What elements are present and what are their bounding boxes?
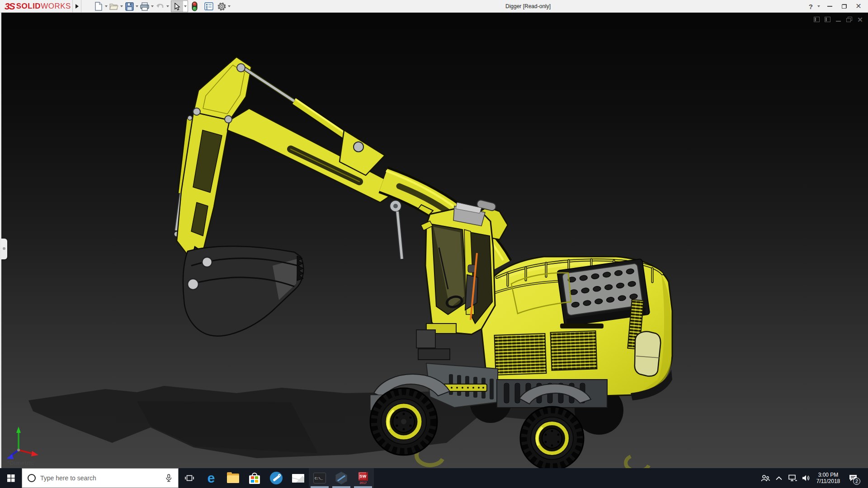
select-tool-group — [171, 0, 188, 12]
front-wheel — [370, 388, 437, 455]
taskbar-app-edge[interactable]: e — [200, 468, 222, 488]
options-button[interactable] — [216, 1, 227, 12]
options-caret[interactable] — [227, 1, 231, 12]
ds-logo-mark: 3S — [5, 1, 14, 12]
clock[interactable]: 3:00 PM 7/11/2018 — [814, 472, 843, 485]
people-button[interactable] — [760, 468, 771, 488]
select-tool-caret[interactable] — [183, 1, 188, 12]
taskbar-app-mail[interactable] — [287, 468, 309, 488]
undo-icon — [156, 2, 165, 10]
start-button[interactable] — [0, 468, 22, 488]
machine-body — [481, 257, 672, 400]
close-button[interactable]: ✕ — [853, 1, 864, 12]
undo-button[interactable] — [155, 1, 165, 12]
taskbar-app-solidworks[interactable]: SW 2017 — [352, 468, 374, 488]
brand-works: WORKS — [41, 2, 71, 11]
pane-icon — [825, 17, 830, 22]
restore-button[interactable] — [838, 1, 850, 12]
document-title: Digger [Read-only] — [505, 0, 551, 13]
file-explorer-icon — [227, 474, 239, 483]
sw-icon-text: SW — [359, 474, 367, 479]
brand-solid: SOLID — [16, 2, 41, 11]
cmd-icon-text: C:\_ — [314, 475, 322, 480]
cursor-arrow-icon — [174, 3, 180, 10]
microphone-icon[interactable] — [165, 474, 173, 482]
window-controls: ? ✕ — [808, 0, 864, 13]
flyout-arrow-icon — [75, 4, 79, 9]
minimize-icon — [827, 6, 832, 7]
doc-minimize-button[interactable] — [835, 16, 842, 23]
taskbar-empty-area — [374, 468, 760, 488]
pane-icon — [814, 17, 820, 22]
windows-taskbar: e C:\_ SW 2017 3:00 PM 7/11/20 — [0, 468, 868, 488]
hexagon-app-icon — [335, 472, 348, 484]
help-caret[interactable] — [816, 1, 821, 12]
featuremanager-pane-button[interactable] — [813, 16, 820, 23]
graphics-viewport[interactable]: ✕ *Dimetric — [0, 13, 868, 468]
open-caret[interactable] — [119, 1, 124, 12]
store-icon — [249, 473, 260, 484]
doc-restore-icon — [846, 17, 852, 22]
task-view-icon — [185, 474, 194, 482]
select-tool-button[interactable] — [171, 1, 183, 12]
notification-badge: 2 — [853, 478, 860, 485]
volume-button[interactable] — [800, 468, 812, 488]
solidworks-2017-icon: SW 2017 — [359, 472, 368, 484]
network-icon — [788, 474, 797, 482]
taskbar-app-hexagon[interactable] — [330, 468, 352, 488]
view-orientation-label: *Dimetric — [7, 460, 34, 466]
print-button[interactable] — [139, 1, 150, 12]
doc-minimize-icon — [836, 21, 841, 22]
mail-icon — [292, 474, 304, 483]
new-document-icon — [94, 2, 103, 11]
save-floppy-icon — [125, 2, 134, 11]
new-document-caret[interactable] — [104, 1, 108, 12]
doc-restore-button[interactable] — [846, 16, 853, 23]
wrench-circle-icon — [270, 472, 283, 484]
taskbar-app-command-prompt[interactable]: C:\_ — [309, 468, 330, 488]
doc-close-icon: ✕ — [857, 16, 863, 23]
windows-logo-icon — [7, 474, 15, 482]
minimize-button[interactable] — [824, 1, 835, 12]
titlebar: 3S SOLIDWORKS — [0, 0, 868, 13]
restore-icon — [842, 4, 847, 9]
action-center-button[interactable]: 2 — [844, 468, 862, 488]
taskbar-search-box[interactable] — [22, 468, 179, 488]
edge-icon: e — [208, 471, 215, 485]
open-folder-icon — [109, 2, 118, 10]
save-button[interactable] — [124, 1, 135, 12]
rebuild-button[interactable] — [189, 1, 200, 12]
print-caret[interactable] — [150, 1, 155, 12]
cortana-icon — [28, 474, 36, 482]
sw-icon-year: 2017 — [359, 481, 367, 484]
orientation-triad — [6, 427, 38, 459]
save-caret[interactable] — [135, 1, 139, 12]
taskbar-app-file-explorer[interactable] — [222, 468, 244, 488]
open-button[interactable] — [108, 1, 119, 12]
close-icon: ✕ — [855, 3, 861, 10]
rear-wheel — [520, 407, 584, 468]
featuremanager-collapsed-tab[interactable] — [1, 239, 7, 259]
taskbar-app-store[interactable] — [244, 468, 265, 488]
network-button[interactable] — [787, 468, 798, 488]
doc-close-button[interactable]: ✕ — [857, 16, 863, 23]
display-pane-button[interactable] — [824, 16, 831, 23]
help-button[interactable]: ? — [808, 3, 814, 10]
chevron-up-icon — [776, 476, 782, 480]
taskbar-app-settings-tool[interactable] — [265, 468, 287, 488]
model-scene[interactable] — [1, 13, 868, 468]
display-report-button[interactable] — [203, 1, 214, 12]
people-icon — [761, 474, 770, 482]
speaker-icon — [802, 474, 810, 482]
search-input[interactable] — [40, 474, 160, 482]
system-tray: 3:00 PM 7/11/2018 2 — [760, 468, 868, 488]
print-icon — [140, 2, 149, 11]
task-view-button[interactable] — [179, 468, 200, 488]
report-list-icon — [204, 2, 213, 10]
new-document-button[interactable] — [93, 1, 104, 12]
tray-overflow-button[interactable] — [773, 468, 785, 488]
tray-date: 7/11/2018 — [814, 478, 843, 484]
menu-flyout-button[interactable] — [72, 0, 81, 12]
solidworks-logo: 3S SOLIDWORKS — [5, 1, 71, 12]
undo-caret[interactable] — [165, 1, 170, 12]
